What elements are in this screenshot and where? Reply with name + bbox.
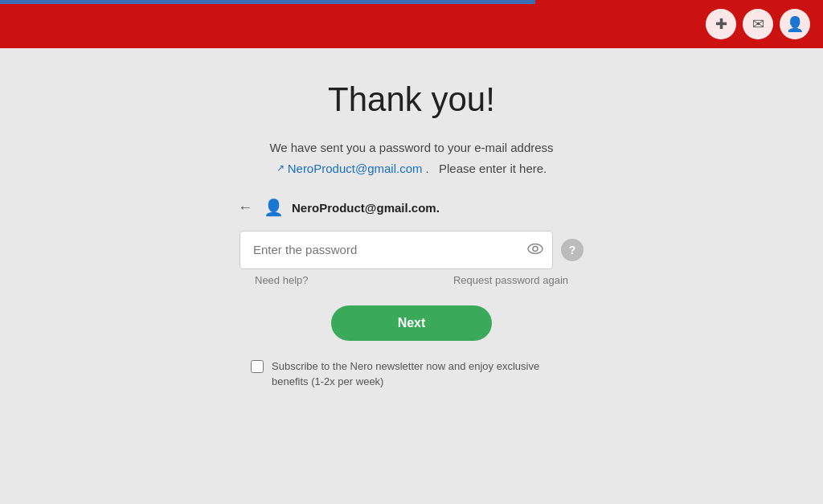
user-icon-button[interactable]: 👤 [780, 9, 810, 39]
password-input[interactable] [240, 231, 553, 269]
main-content: Thank you! We have sent you a password t… [0, 48, 823, 390]
next-button[interactable]: Next [331, 305, 492, 341]
help-icon-button[interactable]: ? [561, 239, 583, 261]
back-arrow-button[interactable]: ← [235, 196, 256, 219]
newsletter-row: Subscribe to the Nero newsletter now and… [251, 359, 572, 390]
progress-bar [0, 0, 535, 4]
header: ✚ ✉ 👤 [0, 0, 823, 48]
subtitle-line1: We have sent you a password to your e-ma… [269, 141, 553, 154]
links-row: Need help? Request password again [255, 274, 568, 286]
subtitle-line2: Please enter it here. [439, 159, 547, 178]
add-icon: ✚ [715, 15, 727, 33]
page-title: Thank you! [328, 80, 495, 119]
toggle-password-icon[interactable] [527, 241, 543, 258]
add-icon-button[interactable]: ✚ [706, 9, 736, 39]
svg-point-1 [533, 246, 538, 251]
header-icons: ✚ ✉ 👤 [706, 9, 810, 39]
user-email-label: NerоProduct@gmail.com. [292, 201, 440, 215]
password-input-wrapper [240, 231, 553, 269]
mail-icon: ✉ [752, 15, 764, 33]
subtitle: We have sent you a password to your e-ma… [269, 138, 553, 178]
user-avatar-icon: 👤 [264, 198, 284, 217]
svg-point-0 [528, 244, 543, 253]
need-help-link[interactable]: Need help? [255, 274, 309, 286]
user-icon: 👤 [786, 15, 804, 33]
mail-icon-button[interactable]: ✉ [743, 9, 773, 39]
newsletter-checkbox[interactable] [251, 360, 264, 373]
password-row: ? [240, 231, 583, 269]
newsletter-label: Subscribe to the Nero newsletter now and… [272, 359, 572, 390]
email-link[interactable]: NerоProduct@gmail.com [288, 159, 423, 178]
user-row: ← 👤 NerоProduct@gmail.com. [235, 196, 588, 219]
request-password-link[interactable]: Request password again [453, 274, 568, 286]
